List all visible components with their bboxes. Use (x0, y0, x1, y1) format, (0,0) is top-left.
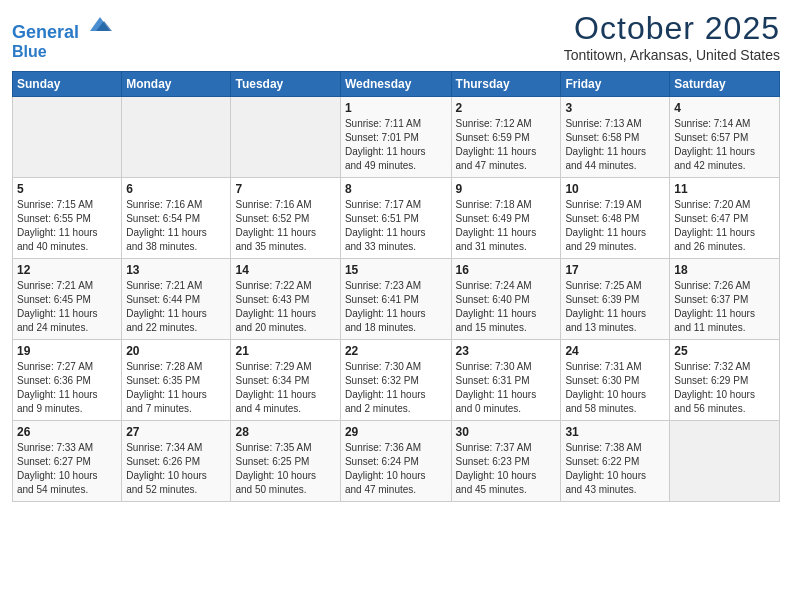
calendar-table: SundayMondayTuesdayWednesdayThursdayFrid… (12, 71, 780, 502)
calendar-cell: 1Sunrise: 7:11 AM Sunset: 7:01 PM Daylig… (340, 97, 451, 178)
calendar-cell (670, 421, 780, 502)
day-info: Sunrise: 7:21 AM Sunset: 6:45 PM Dayligh… (17, 279, 117, 335)
calendar-cell: 20Sunrise: 7:28 AM Sunset: 6:35 PM Dayli… (122, 340, 231, 421)
day-info: Sunrise: 7:21 AM Sunset: 6:44 PM Dayligh… (126, 279, 226, 335)
day-info: Sunrise: 7:37 AM Sunset: 6:23 PM Dayligh… (456, 441, 557, 497)
day-info: Sunrise: 7:16 AM Sunset: 6:52 PM Dayligh… (235, 198, 335, 254)
day-info: Sunrise: 7:30 AM Sunset: 6:31 PM Dayligh… (456, 360, 557, 416)
calendar-cell: 26Sunrise: 7:33 AM Sunset: 6:27 PM Dayli… (13, 421, 122, 502)
day-info: Sunrise: 7:13 AM Sunset: 6:58 PM Dayligh… (565, 117, 665, 173)
title-block: October 2025 Tontitown, Arkansas, United… (564, 10, 780, 63)
day-number: 24 (565, 344, 665, 358)
calendar-cell: 17Sunrise: 7:25 AM Sunset: 6:39 PM Dayli… (561, 259, 670, 340)
day-number: 1 (345, 101, 447, 115)
day-info: Sunrise: 7:15 AM Sunset: 6:55 PM Dayligh… (17, 198, 117, 254)
day-number: 5 (17, 182, 117, 196)
logo-text: General (12, 10, 114, 43)
day-info: Sunrise: 7:35 AM Sunset: 6:25 PM Dayligh… (235, 441, 335, 497)
day-number: 16 (456, 263, 557, 277)
logo-line2: Blue (12, 43, 114, 61)
day-number: 30 (456, 425, 557, 439)
day-info: Sunrise: 7:26 AM Sunset: 6:37 PM Dayligh… (674, 279, 775, 335)
calendar-cell (122, 97, 231, 178)
day-number: 7 (235, 182, 335, 196)
day-number: 31 (565, 425, 665, 439)
calendar-week-row: 26Sunrise: 7:33 AM Sunset: 6:27 PM Dayli… (13, 421, 780, 502)
header: General Blue October 2025 Tontitown, Ark… (12, 10, 780, 63)
calendar-cell: 7Sunrise: 7:16 AM Sunset: 6:52 PM Daylig… (231, 178, 340, 259)
day-info: Sunrise: 7:34 AM Sunset: 6:26 PM Dayligh… (126, 441, 226, 497)
calendar-day-header: Sunday (13, 72, 122, 97)
day-number: 12 (17, 263, 117, 277)
day-info: Sunrise: 7:16 AM Sunset: 6:54 PM Dayligh… (126, 198, 226, 254)
day-info: Sunrise: 7:18 AM Sunset: 6:49 PM Dayligh… (456, 198, 557, 254)
page: General Blue October 2025 Tontitown, Ark… (0, 0, 792, 612)
day-info: Sunrise: 7:38 AM Sunset: 6:22 PM Dayligh… (565, 441, 665, 497)
calendar-week-row: 19Sunrise: 7:27 AM Sunset: 6:36 PM Dayli… (13, 340, 780, 421)
calendar-cell: 8Sunrise: 7:17 AM Sunset: 6:51 PM Daylig… (340, 178, 451, 259)
calendar-cell: 13Sunrise: 7:21 AM Sunset: 6:44 PM Dayli… (122, 259, 231, 340)
day-number: 29 (345, 425, 447, 439)
day-number: 19 (17, 344, 117, 358)
calendar-day-header: Tuesday (231, 72, 340, 97)
day-number: 13 (126, 263, 226, 277)
calendar-cell: 19Sunrise: 7:27 AM Sunset: 6:36 PM Dayli… (13, 340, 122, 421)
main-title: October 2025 (564, 10, 780, 47)
day-number: 17 (565, 263, 665, 277)
day-number: 23 (456, 344, 557, 358)
day-number: 11 (674, 182, 775, 196)
logo-icon (86, 10, 114, 38)
day-info: Sunrise: 7:14 AM Sunset: 6:57 PM Dayligh… (674, 117, 775, 173)
calendar-day-header: Thursday (451, 72, 561, 97)
calendar-cell: 9Sunrise: 7:18 AM Sunset: 6:49 PM Daylig… (451, 178, 561, 259)
day-number: 3 (565, 101, 665, 115)
day-number: 28 (235, 425, 335, 439)
calendar-cell: 29Sunrise: 7:36 AM Sunset: 6:24 PM Dayli… (340, 421, 451, 502)
day-info: Sunrise: 7:29 AM Sunset: 6:34 PM Dayligh… (235, 360, 335, 416)
calendar-cell: 22Sunrise: 7:30 AM Sunset: 6:32 PM Dayli… (340, 340, 451, 421)
calendar-day-header: Saturday (670, 72, 780, 97)
calendar-cell: 6Sunrise: 7:16 AM Sunset: 6:54 PM Daylig… (122, 178, 231, 259)
day-number: 6 (126, 182, 226, 196)
day-info: Sunrise: 7:19 AM Sunset: 6:48 PM Dayligh… (565, 198, 665, 254)
day-info: Sunrise: 7:11 AM Sunset: 7:01 PM Dayligh… (345, 117, 447, 173)
day-info: Sunrise: 7:12 AM Sunset: 6:59 PM Dayligh… (456, 117, 557, 173)
calendar-cell: 5Sunrise: 7:15 AM Sunset: 6:55 PM Daylig… (13, 178, 122, 259)
calendar-cell: 10Sunrise: 7:19 AM Sunset: 6:48 PM Dayli… (561, 178, 670, 259)
day-number: 18 (674, 263, 775, 277)
calendar-cell (231, 97, 340, 178)
calendar-cell: 15Sunrise: 7:23 AM Sunset: 6:41 PM Dayli… (340, 259, 451, 340)
calendar-cell: 24Sunrise: 7:31 AM Sunset: 6:30 PM Dayli… (561, 340, 670, 421)
calendar-day-header: Friday (561, 72, 670, 97)
day-info: Sunrise: 7:27 AM Sunset: 6:36 PM Dayligh… (17, 360, 117, 416)
day-info: Sunrise: 7:22 AM Sunset: 6:43 PM Dayligh… (235, 279, 335, 335)
day-info: Sunrise: 7:24 AM Sunset: 6:40 PM Dayligh… (456, 279, 557, 335)
day-number: 8 (345, 182, 447, 196)
calendar-cell: 14Sunrise: 7:22 AM Sunset: 6:43 PM Dayli… (231, 259, 340, 340)
calendar-cell: 11Sunrise: 7:20 AM Sunset: 6:47 PM Dayli… (670, 178, 780, 259)
subtitle: Tontitown, Arkansas, United States (564, 47, 780, 63)
calendar-week-row: 5Sunrise: 7:15 AM Sunset: 6:55 PM Daylig… (13, 178, 780, 259)
day-info: Sunrise: 7:30 AM Sunset: 6:32 PM Dayligh… (345, 360, 447, 416)
day-info: Sunrise: 7:17 AM Sunset: 6:51 PM Dayligh… (345, 198, 447, 254)
day-number: 10 (565, 182, 665, 196)
logo-line1: General (12, 22, 79, 42)
calendar-cell: 28Sunrise: 7:35 AM Sunset: 6:25 PM Dayli… (231, 421, 340, 502)
calendar-cell: 21Sunrise: 7:29 AM Sunset: 6:34 PM Dayli… (231, 340, 340, 421)
calendar-cell: 12Sunrise: 7:21 AM Sunset: 6:45 PM Dayli… (13, 259, 122, 340)
day-info: Sunrise: 7:25 AM Sunset: 6:39 PM Dayligh… (565, 279, 665, 335)
calendar-cell (13, 97, 122, 178)
calendar-cell: 2Sunrise: 7:12 AM Sunset: 6:59 PM Daylig… (451, 97, 561, 178)
calendar-header-row: SundayMondayTuesdayWednesdayThursdayFrid… (13, 72, 780, 97)
day-info: Sunrise: 7:28 AM Sunset: 6:35 PM Dayligh… (126, 360, 226, 416)
day-number: 4 (674, 101, 775, 115)
logo: General Blue (12, 10, 114, 60)
day-info: Sunrise: 7:36 AM Sunset: 6:24 PM Dayligh… (345, 441, 447, 497)
calendar-day-header: Wednesday (340, 72, 451, 97)
day-info: Sunrise: 7:31 AM Sunset: 6:30 PM Dayligh… (565, 360, 665, 416)
calendar-cell: 18Sunrise: 7:26 AM Sunset: 6:37 PM Dayli… (670, 259, 780, 340)
calendar-cell: 4Sunrise: 7:14 AM Sunset: 6:57 PM Daylig… (670, 97, 780, 178)
day-info: Sunrise: 7:23 AM Sunset: 6:41 PM Dayligh… (345, 279, 447, 335)
calendar-cell: 23Sunrise: 7:30 AM Sunset: 6:31 PM Dayli… (451, 340, 561, 421)
day-number: 26 (17, 425, 117, 439)
